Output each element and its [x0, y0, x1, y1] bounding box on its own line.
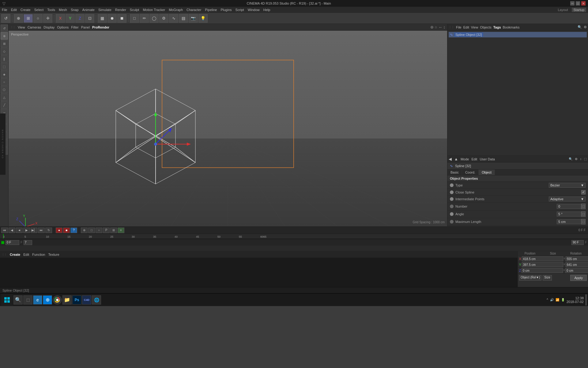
- obj-menu-bookmarks[interactable]: Bookmarks: [503, 25, 520, 29]
- spline-menu-texture[interactable]: Texture: [48, 253, 59, 256]
- attr-menu-edit[interactable]: Edit: [471, 157, 477, 161]
- tray-icon-1[interactable]: ^: [547, 298, 548, 301]
- left-tool-1[interactable]: ↺: [1, 25, 8, 32]
- tl-motion-6[interactable]: ≡: [118, 228, 124, 233]
- menu-mograph[interactable]: MoGraph: [169, 8, 183, 12]
- viewport-menu-prorender[interactable]: ProRender: [92, 25, 109, 29]
- number-btn[interactable]: ⬚: [581, 204, 586, 209]
- close-spline-checkbox[interactable]: [581, 190, 586, 194]
- tree-item-spline[interactable]: ∿ Spline Object [32]: [449, 32, 587, 37]
- max-length-dot[interactable]: [450, 220, 454, 224]
- edge-taskbar-icon[interactable]: e: [33, 295, 42, 305]
- y-pos-input[interactable]: [522, 262, 563, 267]
- attr-icon-1[interactable]: 🔍: [569, 157, 572, 161]
- settings-icon[interactable]: ⚙: [584, 25, 587, 29]
- menu-mesh[interactable]: Mesh: [59, 8, 67, 12]
- circle-btn[interactable]: ◯: [149, 14, 159, 23]
- menu-character[interactable]: Character: [187, 8, 201, 12]
- show-desktop-btn[interactable]: [586, 294, 587, 305]
- rotate-tool-btn[interactable]: ○: [33, 14, 43, 23]
- tl-motion-3[interactable]: ○: [96, 228, 102, 233]
- left-tool-6[interactable]: ⬚: [1, 63, 8, 70]
- startup-label[interactable]: Startup: [572, 8, 586, 12]
- tl-record-btn[interactable]: ●: [56, 228, 62, 233]
- tl-next-frame[interactable]: ▶▏: [31, 228, 37, 233]
- menu-select[interactable]: Select: [34, 8, 44, 12]
- photoshop-icon[interactable]: Ps: [72, 295, 81, 305]
- tl-motion-4[interactable]: P: [103, 228, 110, 233]
- left-tool-10[interactable]: △: [1, 94, 8, 101]
- max-length-input[interactable]: [557, 219, 581, 224]
- menu-tools[interactable]: Tools: [47, 8, 55, 12]
- tab-coord[interactable]: Coord.: [462, 170, 479, 175]
- tl-stop-btn[interactable]: ■: [63, 228, 70, 233]
- tl-play-back[interactable]: ◄: [16, 228, 23, 233]
- spline-menu-function[interactable]: Function: [32, 253, 45, 256]
- search-icon[interactable]: 🔍: [578, 25, 582, 29]
- auto-key-btn[interactable]: ⏹: [117, 14, 126, 23]
- c4d-icon[interactable]: C4D: [82, 295, 91, 305]
- attr-nav-fwd[interactable]: ▲: [454, 157, 458, 161]
- current-frame-input[interactable]: [6, 240, 19, 245]
- tl-motion-2[interactable]: □: [88, 228, 95, 233]
- number-input[interactable]: [557, 204, 581, 209]
- record-btn[interactable]: ⏺: [107, 14, 117, 23]
- menu-file[interactable]: File: [2, 8, 7, 12]
- y-size-input[interactable]: [566, 262, 588, 267]
- viewport-menu-cameras[interactable]: Cameras: [28, 25, 41, 29]
- attr-nav-back[interactable]: ◀: [449, 157, 452, 161]
- attr-icon-2[interactable]: ⚙: [575, 157, 578, 161]
- minimize-btn[interactable]: ─: [570, 1, 575, 6]
- size-mode-dropdown[interactable]: Size: [543, 275, 552, 281]
- obj-menu-view[interactable]: View: [471, 25, 478, 29]
- viewport-menu-panel[interactable]: Panel: [81, 25, 90, 29]
- left-tool-2[interactable]: ⊕: [1, 32, 8, 40]
- viewport-menu-display[interactable]: Display: [43, 25, 55, 29]
- viewport-menu-options[interactable]: Options: [57, 25, 69, 29]
- tray-icon-2[interactable]: 🔊: [550, 298, 554, 301]
- menu-window[interactable]: Window: [248, 8, 260, 12]
- tab-basic[interactable]: Basic: [447, 170, 462, 175]
- z-pos-input[interactable]: [522, 268, 563, 273]
- type-dot[interactable]: [450, 183, 454, 187]
- tl-end-frame[interactable]: ⏭: [38, 228, 45, 233]
- obj-menu-tags[interactable]: Tags: [493, 25, 501, 29]
- tl-prev-frame[interactable]: ◀: [9, 228, 15, 233]
- left-tool-4[interactable]: ◇: [1, 48, 8, 55]
- chrome-icon[interactable]: [53, 295, 62, 305]
- gradient-btn[interactable]: ▤: [179, 14, 188, 23]
- menu-create[interactable]: Create: [21, 8, 31, 12]
- tl-help-btn[interactable]: ?: [70, 228, 77, 233]
- spline-menu-create[interactable]: Create: [10, 253, 20, 256]
- intermediate-dot[interactable]: [450, 197, 454, 201]
- cube-btn[interactable]: □: [130, 14, 139, 23]
- left-tool-5[interactable]: ∥: [1, 55, 8, 63]
- tab-object[interactable]: Object: [479, 170, 495, 175]
- move-tool-btn[interactable]: ⊕: [14, 14, 23, 23]
- spline-canvas[interactable]: [0, 258, 518, 287]
- frame-btn[interactable]: ▦: [98, 14, 107, 23]
- tl-play-fwd[interactable]: ▶: [23, 228, 30, 233]
- left-tool-8[interactable]: ○: [1, 78, 8, 86]
- undo-btn[interactable]: ↺: [1, 14, 10, 23]
- angle-dot[interactable]: [450, 212, 454, 216]
- angle-btn[interactable]: ⬚: [581, 211, 586, 217]
- attr-menu-user-data[interactable]: User Data: [480, 157, 495, 161]
- x-axis-btn[interactable]: X: [56, 14, 65, 23]
- close-spline-dot[interactable]: [450, 190, 454, 194]
- menu-sculpt[interactable]: Sculpt: [130, 8, 139, 12]
- left-tool-11[interactable]: ╱: [1, 101, 8, 109]
- type-dropdown[interactable]: Bezier ▼: [549, 183, 586, 188]
- frame-end-input[interactable]: [571, 240, 584, 245]
- camera-btn[interactable]: 📷: [189, 14, 198, 23]
- left-tool-3[interactable]: ⊞: [1, 40, 8, 47]
- obj-menu-edit[interactable]: Edit: [463, 25, 469, 29]
- tray-icon-3[interactable]: 📶: [556, 298, 559, 301]
- attr-icon-3[interactable]: ↕: [580, 157, 582, 161]
- menu-animate[interactable]: Animate: [82, 8, 95, 12]
- close-btn[interactable]: ✕: [581, 1, 586, 6]
- menu-snap[interactable]: Snap: [71, 8, 79, 12]
- tray-icon-4[interactable]: 🔋: [561, 298, 565, 301]
- menu-simulate[interactable]: Simulate: [98, 8, 111, 12]
- transform-btn[interactable]: ✛: [43, 14, 52, 23]
